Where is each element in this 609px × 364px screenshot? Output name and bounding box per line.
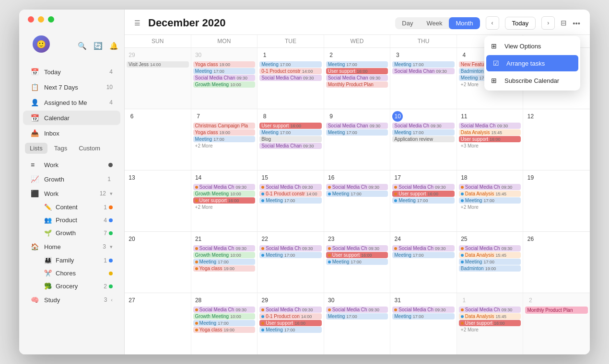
tab-custom[interactable]: Custom <box>74 143 105 154</box>
event-growth-dec28[interactable]: Growth Meeting10:00 <box>193 313 256 319</box>
event-monthly-dec2[interactable]: Monthly Product Plan <box>326 81 388 88</box>
sidebar-item-next7[interactable]: 📋 Next 7 Days 10 <box>23 80 120 94</box>
event-meeting-nov30[interactable]: Meeting17:00 <box>193 68 256 74</box>
dropdown-view-options[interactable]: ⊞ View Options <box>484 38 580 54</box>
event-christmas-dec7[interactable]: Christmas Campaign Pla <box>193 123 256 129</box>
event-growth-dec21[interactable]: Growth Meeting10:00 <box>193 252 256 258</box>
event-meeting-dec2[interactable]: Meeting17:00 <box>326 61 388 68</box>
event-social-dec1[interactable]: Social Media Chan09:30 <box>259 75 322 81</box>
event-monthly-jan2[interactable]: Monthly Product Plan <box>525 307 588 314</box>
event-meeting-dec29[interactable]: Meeting17:00 <box>259 327 322 333</box>
tab-tags[interactable]: Tags <box>49 143 72 154</box>
sub-item-family[interactable]: 👨‍👩‍👧 Family 1 <box>23 254 120 266</box>
event-social-dec16[interactable]: Social Media Ch09:30 <box>326 184 388 190</box>
event-user-support-dec17[interactable]: User support16:00 <box>392 191 455 197</box>
event-social-dec28[interactable]: Social Media Ch09:30 <box>193 307 256 313</box>
event-user-support-dec29[interactable]: User support16:00 <box>259 320 322 326</box>
event-blog-dec8[interactable]: Blog <box>259 136 322 142</box>
event-social-dec8[interactable]: Social Media Chan09:30 <box>259 143 322 149</box>
event-meeting-dec9[interactable]: Meeting17:00 <box>326 129 388 136</box>
sidebar-item-inbox[interactable]: 📥 Inbox <box>23 126 120 140</box>
event-data-jan1[interactable]: Data Analysis15:45 <box>459 313 521 319</box>
sub-item-product[interactable]: 👥 Product 4 <box>23 214 120 226</box>
event-meeting-dec25[interactable]: Meeting17:00 <box>459 259 521 265</box>
event-data-dec25[interactable]: Data Analysis15:45 <box>459 252 521 258</box>
close-button[interactable] <box>28 16 34 23</box>
event-social-dec18[interactable]: Social Media Ch09:30 <box>459 184 521 190</box>
event-product-dec29[interactable]: 0-1 Product con14:00 <box>259 313 322 319</box>
event-meeting-dec28[interactable]: Meeting17:00 <box>193 320 256 326</box>
maximize-button[interactable] <box>48 16 54 23</box>
more-link-dec7[interactable]: +2 More <box>193 143 256 149</box>
refresh-icon[interactable]: 🔄 <box>94 42 103 50</box>
avatar[interactable]: 🙂 <box>33 35 50 53</box>
event-data-analysis-dec18[interactable]: Data Analysis15:45 <box>459 191 521 197</box>
event-yoga-dec28[interactable]: Yoga class19:00 <box>193 327 256 333</box>
event-social-dec23[interactable]: Social Media Ch09:30 <box>326 245 388 251</box>
search-icon[interactable]: 🔍 <box>78 42 87 50</box>
view-day-button[interactable]: Day <box>395 17 420 29</box>
list-item-growth-simple[interactable]: 📈 Growth 1 <box>23 172 120 186</box>
event-social-dec25[interactable]: Social Media Ch09:30 <box>459 245 521 251</box>
bell-icon[interactable]: 🔔 <box>109 42 118 50</box>
event-social-dec22[interactable]: Social Media Ch09:30 <box>259 245 322 251</box>
event-social-dec3[interactable]: Social Media Chan09:30 <box>392 68 455 74</box>
event-user-support-dec2[interactable]: User support16:00 <box>326 68 388 74</box>
event-meeting-dec3[interactable]: Meeting17:00 <box>392 61 455 68</box>
event-user-support-dec8[interactable]: User support16:00 <box>259 123 322 129</box>
event-data-analysis-dec11[interactable]: Data Analysis15:45 <box>459 129 521 136</box>
event-social-dec10[interactable]: Social Media Ch09:30 <box>392 123 455 129</box>
more-link-dec14[interactable]: +2 More <box>193 204 256 210</box>
event-social-dec31[interactable]: Social Media Ch09:30 <box>392 307 455 313</box>
sub-item-grocery[interactable]: 🥦 Grocery 2 <box>23 280 120 292</box>
event-meeting-dec21[interactable]: Meeting17:00 <box>193 259 256 265</box>
event-meeting-dec23[interactable]: Meeting17:00 <box>326 259 388 265</box>
event-social-dec14[interactable]: Social Media Ch09:30 <box>193 184 256 190</box>
event-social-dec29[interactable]: Social Media Ch09:30 <box>259 307 322 313</box>
event-user-support-dec14[interactable]: User support16:00 <box>193 197 256 204</box>
tab-lists[interactable]: Lists <box>25 143 47 154</box>
event-meeting-dec17[interactable]: Meeting17:00 <box>392 197 455 204</box>
next-arrow[interactable]: › <box>541 16 555 30</box>
event-social-dec21[interactable]: Social Media Ch09:30 <box>193 245 256 251</box>
sidebar-item-today[interactable]: 📅 Today 4 <box>23 65 120 79</box>
event-meeting-dec10[interactable]: Meeting17:00 <box>392 129 455 136</box>
more-link-jan1[interactable]: +2 More <box>459 327 521 333</box>
event-meeting-dec18[interactable]: Meeting17:00 <box>459 197 521 204</box>
today-button[interactable]: Today <box>505 17 536 30</box>
event-product-dec15[interactable]: 0-1 Product constr14:00 <box>259 191 322 197</box>
prev-arrow[interactable]: ‹ <box>486 16 499 30</box>
event-yoga-dec21[interactable]: Yoga class19:00 <box>193 265 256 272</box>
event-meeting-dec31[interactable]: Meeting17:00 <box>392 313 455 319</box>
event-meeting-dec7[interactable]: Meeting17:00 <box>193 136 256 142</box>
event-social-dec30[interactable]: Social Media Ch09:30 <box>326 307 388 313</box>
event-meeting-dec8[interactable]: Meeting17:00 <box>259 129 322 136</box>
event-meeting-dec30[interactable]: Meeting17:00 <box>326 313 388 319</box>
event-growth-dec14[interactable]: Growth Meeting10:00 <box>193 191 256 197</box>
sub-item-content[interactable]: ✏️ Content 1 <box>23 201 120 213</box>
event-meeting-dec24[interactable]: Meeting17:00 <box>392 252 455 258</box>
event-growth-nov30[interactable]: Growth Meeting10:00 <box>193 81 256 88</box>
sub-item-growth-work[interactable]: 🌱 Growth 7 <box>23 227 120 239</box>
event-yoga-dec7[interactable]: Yoga class19:00 <box>193 129 256 136</box>
event-user-support-jan1[interactable]: User support16:00 <box>459 320 521 326</box>
view-week-button[interactable]: Week <box>420 17 449 29</box>
event-social-dec15[interactable]: Social Media Ch09:30 <box>259 184 322 190</box>
event-social-dec2[interactable]: Social Media Chan09:30 <box>326 75 388 81</box>
list-item-home-group[interactable]: 🏠 Home 3 ▾ <box>23 240 120 253</box>
list-item-work-simple[interactable]: ≡ Work <box>23 158 120 171</box>
event-user-support-dec11[interactable]: User support16:00 <box>459 136 521 142</box>
event-meeting-dec22[interactable]: Meeting17:00 <box>259 252 322 258</box>
view-month-button[interactable]: Month <box>449 17 480 29</box>
event-user-support-dec23[interactable]: User support16:00 <box>326 252 388 258</box>
more-link-dec18[interactable]: +2 More <box>459 204 521 210</box>
event-social-jan1[interactable]: Social Media Ch09:30 <box>459 307 521 313</box>
minimize-button[interactable] <box>38 16 44 23</box>
event-meeting-dec16[interactable]: Meeting17:00 <box>326 191 388 197</box>
dropdown-subscribe[interactable]: ⊞ Subscribe Calendar <box>484 72 580 89</box>
event-product-dec1[interactable]: 0-1 Product constr14:00 <box>259 68 322 74</box>
event-social-nov30[interactable]: Social Media Chan09:30 <box>193 75 256 81</box>
dropdown-arrange-tasks[interactable]: ☑ Arrange tasks <box>486 55 578 71</box>
event-yoga-nov30[interactable]: Yoga class19:00 <box>193 61 256 68</box>
event-app-review-dec10[interactable]: Application review <box>392 136 455 142</box>
